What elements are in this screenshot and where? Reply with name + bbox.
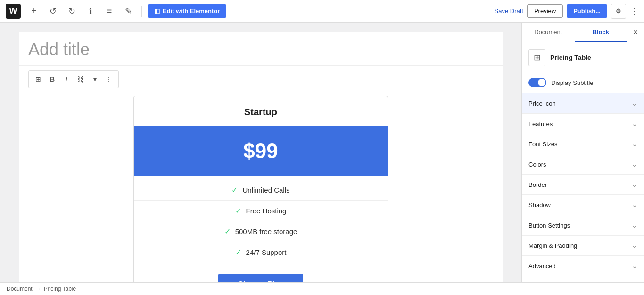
accordion-label: Features [528, 120, 553, 127]
redo-button[interactable]: ↻ [64, 4, 79, 19]
choose-plan-button[interactable]: Choose Plan [218, 274, 304, 282]
preview-button[interactable]: Preview [527, 4, 563, 18]
block-icon-label: ⊞ [534, 52, 541, 63]
accordion-shadow[interactable]: Shadow ⌄ [522, 195, 644, 215]
gear-icon: ⚙ [616, 8, 621, 15]
accordion-margin-padding[interactable]: Margin & Padding ⌄ [522, 236, 644, 256]
chevron-down-icon: ⌄ [632, 262, 637, 270]
pricing-button-area: Choose Plan [134, 266, 388, 282]
accordion-label: Margin & Padding [528, 242, 577, 249]
chevron-down-icon: ⌄ [632, 120, 637, 127]
info-button[interactable]: ℹ [83, 4, 98, 19]
editor-area: Add title ⊞ B I ⛓ ▾ ⋮ [0, 23, 521, 282]
add-block-button[interactable]: + [26, 4, 41, 19]
redo-icon: ↻ [68, 6, 75, 17]
list-view-button[interactable]: ≡ [102, 4, 117, 19]
accordion-font-sizes[interactable]: Font Sizes ⌄ [522, 134, 644, 154]
edit-elementor-button[interactable]: ◧ Edit with Elementor [148, 4, 226, 18]
accordion-colors[interactable]: Colors ⌄ [522, 154, 644, 175]
feature-text: 500MB free storage [235, 228, 297, 236]
editor-inner: Add title ⊞ B I ⛓ ▾ ⋮ [19, 32, 503, 282]
price-value: $99 [141, 139, 380, 163]
settings-button[interactable]: ⚙ [611, 4, 626, 19]
publish-button[interactable]: Publish... [567, 4, 607, 18]
chevron-down-icon: ⌄ [632, 181, 637, 188]
wp-logo: W [6, 4, 21, 19]
sidebar-close-button[interactable]: × [627, 24, 644, 41]
info-icon: ℹ [89, 6, 92, 17]
feature-text: Unlimited Calls [242, 186, 289, 194]
add-icon: + [32, 6, 37, 16]
breadcrumb: Document → Pricing Table [0, 282, 644, 295]
features-list: ✓ Unlimited Calls ✓ Free Hosting ✓ 500MB… [134, 176, 388, 266]
page-title[interactable]: Add title [19, 32, 503, 66]
tab-document[interactable]: Document [522, 23, 575, 42]
accordion-button-settings[interactable]: Button Settings ⌄ [522, 215, 644, 236]
tab-block[interactable]: Block [575, 23, 627, 42]
list-item: ✓ Free Hosting [134, 201, 388, 221]
feature-text: 24/7 Support [246, 248, 287, 256]
bold-button[interactable]: B [46, 73, 59, 86]
accordion-label: Font Sizes [528, 141, 557, 148]
undo-button[interactable]: ↺ [45, 4, 60, 19]
feature-text: Free Hosting [246, 207, 287, 215]
price-box: $99 [134, 126, 388, 176]
kebab-vertical-icon: ⋮ [106, 76, 112, 83]
toolbar-right: Save Draft Preview Publish... ⚙ ⋮ [495, 4, 638, 19]
breadcrumb-root[interactable]: Document [7, 286, 33, 292]
pencil-icon: ✎ [125, 6, 132, 17]
block-toolbar: ⊞ B I ⛓ ▾ ⋮ [28, 70, 119, 88]
close-icon: × [633, 27, 638, 37]
block-title: Pricing Table [550, 54, 591, 61]
top-toolbar: W + ↺ ↻ ℹ ≡ ✎ ◧ Edit with Elementor Save… [0, 0, 644, 23]
save-draft-button[interactable]: Save Draft [495, 8, 523, 15]
accordion-label: Border [528, 181, 547, 188]
more-options-button[interactable]: ⋮ [630, 6, 638, 17]
accordion-border[interactable]: Border ⌄ [522, 175, 644, 195]
list-item: ✓ 500MB free storage [134, 221, 388, 242]
chevron-down-icon: ⌄ [632, 160, 637, 168]
chevron-button[interactable]: ▾ [88, 73, 101, 86]
list-icon: ≡ [107, 6, 112, 16]
undo-icon: ↺ [50, 6, 57, 17]
kebab-icon: ⋮ [630, 6, 638, 17]
check-icon: ✓ [231, 185, 238, 194]
block-type-button[interactable]: ⊞ [32, 73, 45, 86]
right-sidebar: Document Block × ⊞ Pricing Table Display… [521, 23, 644, 282]
check-icon: ✓ [235, 206, 241, 215]
display-subtitle-toggle[interactable] [528, 78, 546, 87]
chevron-down-icon: ⌄ [632, 242, 637, 249]
link-icon: ⛓ [77, 76, 84, 83]
block-info-row: ⊞ Pricing Table [522, 42, 644, 72]
accordion-advanced[interactable]: Advanced ⌄ [522, 256, 644, 276]
pricing-card-wrapper: Startup $99 ✓ Unlimited Calls ✓ Free Hos… [19, 88, 503, 282]
italic-button[interactable]: I [60, 73, 73, 86]
accordion-label: Shadow [528, 202, 551, 209]
toolbar-divider [141, 6, 142, 17]
chevron-down-icon: ⌄ [632, 201, 637, 209]
main-layout: Add title ⊞ B I ⛓ ▾ ⋮ [0, 23, 644, 282]
list-item: ✓ Unlimited Calls [134, 180, 388, 201]
accordion-label: Colors [528, 161, 546, 168]
check-icon: ✓ [224, 227, 231, 236]
accordion-price-icon[interactable]: Price Icon ⌄ [522, 93, 644, 114]
toggle-knob [538, 79, 545, 86]
italic-icon: I [66, 76, 67, 83]
chevron-down-icon: ▾ [93, 76, 97, 83]
breadcrumb-arrow: → [35, 286, 41, 292]
bold-icon: B [50, 76, 55, 83]
list-item: ✓ 24/7 Support [134, 242, 388, 262]
plan-name: Startup [141, 107, 380, 118]
breadcrumb-current: Pricing Table [44, 286, 76, 292]
pricing-card-header: Startup [134, 96, 388, 126]
display-subtitle-row: Display Subtitle [522, 72, 644, 93]
edit-elementor-label: Edit with Elementor [163, 8, 220, 15]
chevron-down-icon: ⌄ [632, 100, 637, 107]
check-icon: ✓ [235, 248, 241, 257]
block-more-button[interactable]: ⋮ [102, 73, 116, 86]
elementor-icon: ◧ [154, 8, 160, 15]
tools-button[interactable]: ✎ [121, 4, 136, 19]
chevron-down-icon: ⌄ [632, 221, 637, 229]
link-button[interactable]: ⛓ [74, 73, 87, 86]
accordion-features[interactable]: Features ⌄ [522, 114, 644, 134]
